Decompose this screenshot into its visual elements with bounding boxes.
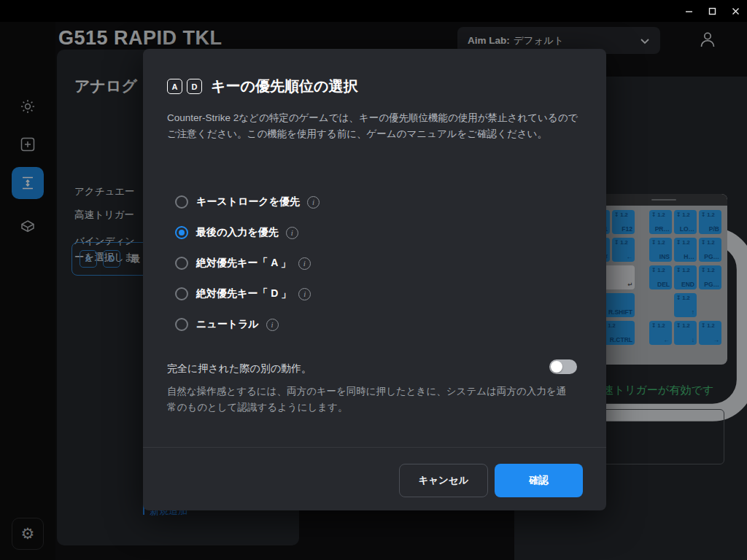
radio-selected[interactable]: [175, 226, 188, 239]
priority-option[interactable]: キーストロークを優先i: [175, 195, 320, 209]
close-button[interactable]: [724, 0, 747, 22]
priority-options: キーストロークを優先i最後の入力を優先i絶対優先キー「 A 」i絶対優先キー「 …: [175, 195, 320, 348]
priority-option[interactable]: 絶対優先キー「 A 」i: [175, 256, 320, 271]
app-window: G515 RAPID TKL Aim Lab: デフォルト: [0, 0, 747, 560]
dialog-description: Counter-Strike 2などの特定のゲームでは、キーの優先順位機能の使用…: [167, 110, 581, 142]
dialog-title: キーの優先順位の選択: [211, 77, 357, 96]
key-priority-dialog: A D キーの優先順位の選択 Counter-Strike 2などの特定のゲーム…: [143, 49, 606, 510]
priority-option[interactable]: ニュートラルi: [175, 317, 320, 332]
key-a-badge: A: [167, 79, 182, 94]
priority-option[interactable]: 絶対優先キー「 D 」i: [175, 287, 320, 301]
option-label: ニュートラル: [196, 318, 259, 331]
option-label: 絶対優先キー「 D 」: [196, 287, 291, 300]
info-icon[interactable]: i: [298, 288, 311, 300]
titlebar: [0, 0, 747, 22]
info-icon[interactable]: i: [266, 319, 279, 331]
radio-unselected[interactable]: [175, 287, 188, 300]
info-icon[interactable]: i: [298, 257, 311, 270]
info-icon[interactable]: i: [286, 227, 298, 239]
radio-unselected[interactable]: [175, 195, 188, 209]
footer-divider: [143, 447, 606, 448]
minimize-button[interactable]: [677, 0, 700, 22]
toggle-label: 完全に押された際の別の動作。: [167, 362, 311, 376]
key-d-badge: D: [187, 79, 202, 94]
priority-option[interactable]: 最後の入力を優先i: [175, 225, 320, 240]
option-label: キーストロークを優先: [196, 195, 300, 209]
option-label: 最後の入力を優先: [196, 226, 279, 239]
option-label: 絶対優先キー「 A 」: [196, 257, 291, 270]
separate-action-toggle[interactable]: [549, 359, 577, 374]
radio-unselected[interactable]: [175, 257, 188, 270]
info-icon[interactable]: i: [307, 196, 320, 209]
confirm-button[interactable]: 確認: [495, 464, 583, 497]
toggle-knob: [551, 361, 562, 373]
toggle-description: 自然な操作感とするには、両方のキーを同時に押したときに、システムは両方の入力を通…: [167, 384, 570, 416]
radio-unselected[interactable]: [175, 318, 188, 331]
cancel-button[interactable]: キャンセル: [399, 464, 488, 497]
maximize-button[interactable]: [700, 0, 724, 22]
